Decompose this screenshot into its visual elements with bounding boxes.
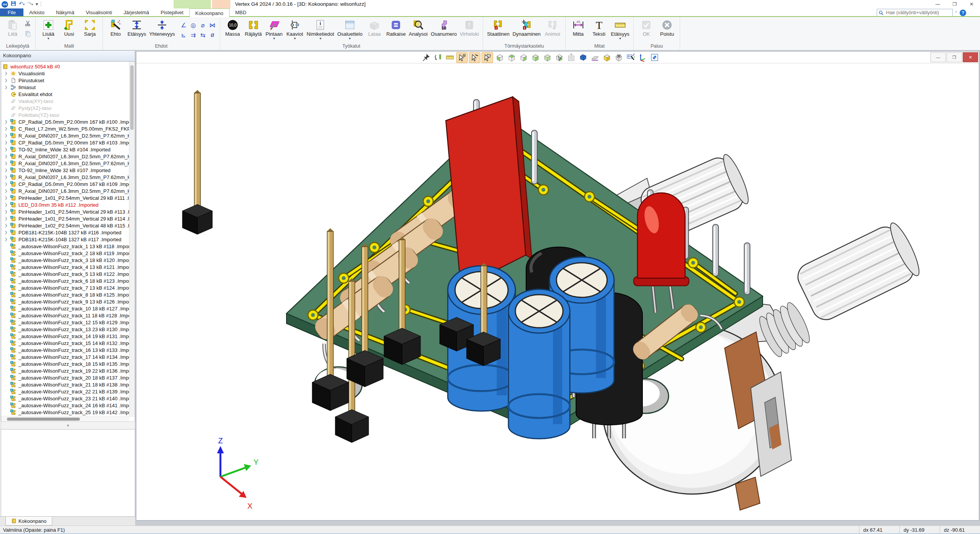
tree-item[interactable]: _autosave-WilsonFuzz_track_10 18 kB #127… (1, 305, 129, 312)
electrolytic-capacitor-2[interactable] (508, 289, 570, 439)
menu-tab-kokoonpano[interactable]: Kokoonpano (189, 8, 230, 17)
etaisyys_mitta-button[interactable]: Etäisyys▼ (609, 18, 631, 41)
viewport-tool-cube-pick-icon[interactable] (554, 52, 564, 62)
kaaviot-dropdown-arrow-icon[interactable]: ▼ (293, 37, 296, 41)
tree-item[interactable]: ❯PinHeader_1x01_P2.54mm_Vertical 29 kB #… (1, 194, 129, 201)
tree-item[interactable]: _autosave-WilsonFuzz_track_14 19 kB #131… (1, 333, 129, 340)
teksti-button[interactable]: TTeksti (589, 18, 609, 41)
tree-item[interactable]: ❯PinHeader_1x02_P2.54mm_Vertical 48 kB #… (1, 222, 129, 229)
etaisyys_mitta-dropdown-arrow-icon[interactable]: ▼ (619, 37, 622, 41)
expand-chevron-icon[interactable]: ❯ (1, 85, 10, 89)
collapse-ribbon-icon[interactable]: ⌃ (955, 11, 958, 15)
tree-item[interactable]: _autosave-WilsonFuzz_track_3 18 kB #120 … (1, 257, 129, 264)
tree-item[interactable]: ❯TO-92_Inline_Wide 32 kB #104 .Imported (1, 146, 129, 153)
tree-item[interactable]: _autosave-WilsonFuzz_track_25 19 kB #142… (1, 409, 129, 416)
ehto-button[interactable]: Ehto (105, 18, 126, 41)
tree-item[interactable]: ❯CP_Radial_D5.0mm_P2.00mm 167 kB #103 .I… (1, 139, 129, 146)
viewport-tool-select-edge-icon[interactable] (469, 52, 480, 63)
expand-chevron-icon[interactable]: ❯ (1, 154, 10, 158)
ratkaise-button[interactable]: Ratkaise (385, 18, 407, 41)
app-logo-icon[interactable]: G4 (2, 1, 8, 8)
tree-item[interactable]: ❯Visualisointi (1, 70, 129, 77)
tree-item[interactable]: ❯C_Rect_L7.2mm_W2.5mm_P5.00mm_FKS2_FKP2_… (1, 125, 129, 132)
no-tangent-constraint-button[interactable]: ø (208, 30, 217, 40)
tree-item[interactable]: ❯CP_Radial_D5.0mm_P2.00mm 167 kB #109 .I… (1, 181, 129, 187)
dynaaminen-button[interactable]: !Dynaaminen (511, 18, 542, 41)
help-button[interactable]: ? (960, 10, 966, 16)
tree-item[interactable]: ❯PinHeader_1x01_P2.54mm_Vertical 29 kB #… (1, 215, 129, 222)
expand-chevron-icon[interactable]: ❯ (1, 148, 10, 151)
tree-item[interactable]: ❯R_Axial_DIN0207_L6.3mm_D2.5mm_P7.62mm_H… (1, 160, 129, 167)
panel-splitter[interactable]: ▼ (1, 421, 135, 430)
save-icon[interactable] (11, 1, 16, 8)
expand-chevron-icon[interactable]: ❯ (1, 237, 10, 241)
tree-item[interactable]: ❯R_Axial_DIN0207_L6.3mm_D2.5mm_P7.62mm_H… (1, 153, 129, 160)
menu-tab-visualisointi[interactable]: Visualisointi (80, 8, 118, 16)
lisaa-button[interactable]: Lisää▼ (38, 18, 59, 41)
lataa-button[interactable]: Lataa (364, 18, 385, 41)
rajayta-button[interactable]: Räjäytä (243, 18, 264, 41)
expand-chevron-icon[interactable]: ❯ (1, 168, 10, 172)
expand-chevron-icon[interactable]: ❯ (1, 141, 10, 144)
pintaan-dropdown-arrow-icon[interactable]: ▼ (273, 37, 276, 41)
tree-item[interactable]: _autosave-WilsonFuzz_track_4 13 kB #121 … (1, 264, 129, 270)
concentric-constraint-button[interactable]: ◎ (189, 20, 198, 30)
expand-chevron-icon[interactable]: ❯ (1, 120, 10, 124)
tree-item[interactable]: _autosave-WilsonFuzz_track_18 15 kB #135… (1, 360, 129, 367)
virheloki-button[interactable]: !Virheloki (459, 18, 481, 41)
tree-item[interactable]: ❯R_Axial_DIN0207_L6.3mm_D2.5mm_P7.62mm_H… (1, 187, 129, 194)
viewport-tool-cube-top-icon[interactable] (506, 52, 517, 62)
tree-item[interactable]: _autosave-WilsonFuzz_track_6 18 kB #123 … (1, 277, 129, 284)
tree-item[interactable]: ❯PDB181-K215K-104B 1327 kB #117 .Importe… (1, 236, 129, 243)
tree-item[interactable]: _autosave-WilsonFuzz_track_8 18 kB #125 … (1, 291, 129, 298)
tree-item[interactable]: Poikittais(YZ)-taso (1, 111, 129, 118)
expand-chevron-icon[interactable]: ❯ (1, 217, 10, 221)
viewport-tool-cube-left-icon[interactable] (518, 52, 529, 62)
tree-item[interactable]: ❯PDB181-K215K-104B 1327 kB #116 .Importe… (1, 229, 129, 236)
expand-chevron-icon[interactable]: ❯ (1, 231, 10, 234)
cut-button[interactable] (24, 19, 32, 28)
close-button[interactable]: ✕ (963, 0, 980, 8)
kaaviot-button[interactable]: Kaaviot▼ (285, 18, 305, 41)
expand-chevron-icon[interactable]: ❯ (1, 134, 10, 138)
tree-item[interactable]: ❯Piirustukset (1, 77, 129, 84)
nimiketiedot-dropdown-arrow-icon[interactable]: ▼ (319, 37, 322, 41)
tree-item[interactable]: _autosave-WilsonFuzz_track_13 23 kB #130… (1, 326, 129, 333)
expand-chevron-icon[interactable]: ❯ (1, 224, 10, 227)
tree-item[interactable]: _autosave-WilsonFuzz_track_12 15 kB #129… (1, 319, 129, 326)
expand-chevron-icon[interactable]: ❯ (1, 189, 10, 193)
expand-chevron-icon[interactable]: ❯ (1, 203, 10, 207)
tree-item[interactable]: ❯R_Axial_DIN0207_L6.3mm_D2.5mm_P7.62mm_H… (1, 174, 129, 181)
yhtenevyys-button[interactable]: Yhtenevyys (147, 18, 176, 41)
pintaan-button[interactable]: Pintaan▼ (264, 18, 285, 41)
expand-chevron-icon[interactable]: ❯ (1, 210, 10, 214)
expand-chevron-icon[interactable]: ❯ (1, 182, 10, 186)
tree-item[interactable]: ❯PinHeader_1x01_P2.54mm_Vertical 29 kB #… (1, 208, 129, 215)
redo-icon[interactable]: ↷▾ (27, 0, 33, 8)
equal-constraint-button[interactable]: ⇉ (189, 30, 198, 40)
osaluettelo-button[interactable]: Osaluettelo▼ (336, 18, 364, 41)
tree-item[interactable]: _autosave-WilsonFuzz_track_5 13 kB #122 … (1, 270, 129, 277)
expand-chevron-icon[interactable]: ❯ (1, 71, 10, 75)
3d-scene[interactable]: Z Y X (136, 63, 979, 520)
copy-button[interactable] (24, 30, 32, 38)
tree-item[interactable]: ❯R_Axial_DIN0207_L6.3mm_D2.5mm_P7.62mm_H… (1, 132, 129, 139)
viewport-minimize-button[interactable]: — (930, 52, 946, 62)
viewport-tool-ruler-icon[interactable] (444, 52, 455, 62)
ok-button[interactable]: OK (636, 18, 657, 41)
restore-button[interactable]: ❐ (946, 0, 963, 8)
panel-tab-kokoonpano[interactable]: Kokoonpano (5, 517, 52, 526)
tree-item[interactable]: _autosave-WilsonFuzz_track_2 18 kB #119 … (1, 250, 129, 257)
viewport-tool-pick-table-icon[interactable] (625, 52, 636, 62)
viewport-tool-cube-front-icon[interactable] (494, 52, 505, 62)
perpendicular-constraint-button[interactable]: ⊾ (179, 30, 189, 40)
viewport-tool-box-delete-icon[interactable] (613, 52, 624, 62)
staattinen-button[interactable]: !Staattinen (485, 18, 511, 41)
tree-item[interactable]: wilsonfuzz 5054 kB #0 (1, 63, 129, 70)
expand-chevron-icon[interactable]: ❯ (1, 196, 10, 200)
viewport-tool-plane-icon[interactable] (589, 52, 600, 62)
search-box[interactable] (877, 9, 953, 17)
viewport-tool-select-point-icon[interactable] (456, 52, 468, 63)
search-input[interactable] (886, 10, 949, 16)
menu-tab-järjestelmä[interactable]: Järjestelmä (118, 8, 155, 16)
